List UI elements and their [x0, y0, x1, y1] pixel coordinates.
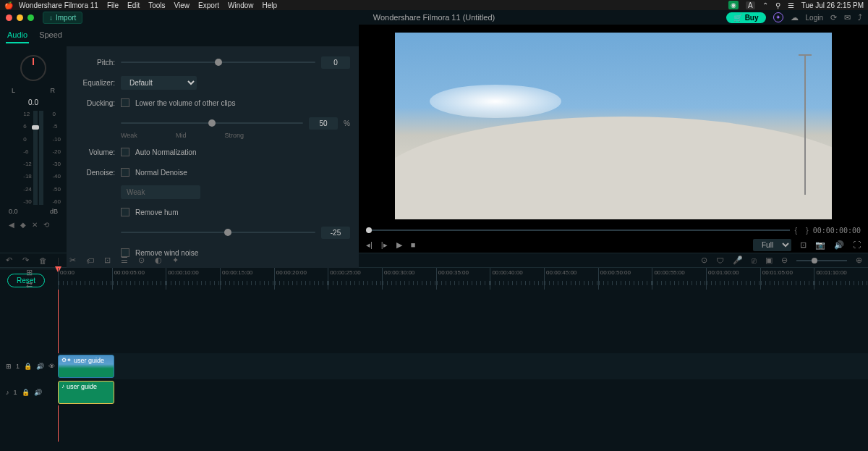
hide-icon[interactable]: 👁: [48, 363, 55, 370]
ducking-value[interactable]: [309, 117, 338, 130]
effects-icon[interactable]: ✦: [172, 256, 179, 265]
timeline-settings-icon[interactable]: ⊞: [26, 268, 33, 277]
pitch-row: Pitch:: [75, 55, 350, 69]
lock-icon[interactable]: 🔒: [24, 363, 32, 370]
color-icon[interactable]: ◐: [155, 256, 162, 265]
zoom-slider[interactable]: [796, 260, 847, 261]
tab-speed[interactable]: Speed: [38, 28, 64, 43]
login-button[interactable]: Login: [806, 14, 823, 22]
vu-slider[interactable]: [33, 111, 38, 205]
badge-a: A: [746, 1, 755, 9]
video-clip[interactable]: ⚙✦ user guide: [58, 355, 114, 378]
status-icon: ◉: [728, 1, 739, 9]
mute2-icon[interactable]: 🔊: [34, 389, 42, 396]
tab-audio[interactable]: Audio: [6, 28, 29, 43]
autonorm-checkbox[interactable]: [121, 148, 129, 156]
crop-icon[interactable]: ⊡: [104, 256, 111, 265]
ducking-checkbox[interactable]: [121, 98, 129, 107]
record-icon[interactable]: ⊙: [701, 256, 707, 265]
eq-select[interactable]: Default: [121, 76, 197, 90]
menu-tools[interactable]: Tools: [148, 1, 165, 9]
messages-icon[interactable]: ✉: [844, 13, 851, 22]
cut-icon[interactable]: ✂: [69, 256, 76, 265]
mic-icon[interactable]: 🎤: [733, 256, 743, 265]
hum-checkbox[interactable]: [121, 208, 129, 216]
maximize-icon[interactable]: [27, 14, 34, 21]
clock[interactable]: Tue Jul 26 2:15 PM: [801, 1, 864, 9]
lock2-icon[interactable]: 🔒: [22, 389, 30, 396]
video-track-icon: ⊞: [6, 363, 12, 370]
timeline-link-icon[interactable]: ⇄: [26, 280, 33, 290]
speed-icon[interactable]: ⊙: [138, 256, 145, 265]
apple-icon[interactable]: 🍎: [4, 1, 13, 9]
menu-file[interactable]: File: [107, 1, 119, 9]
vu-handle[interactable]: [32, 125, 39, 130]
history-icon[interactable]: ⟳: [830, 13, 837, 22]
stop-icon[interactable]: ■: [411, 240, 416, 249]
cloud-icon[interactable]: ☁: [791, 13, 799, 22]
capture-icon[interactable]: ⊡: [800, 240, 807, 250]
video-track-row: ⊞ 1 🔒 🔊 👁 ⚙✦ user guide: [0, 353, 868, 379]
close-icon[interactable]: [6, 14, 12, 21]
mixer-icon[interactable]: ⎚: [752, 256, 757, 265]
export-icon[interactable]: ⤴: [858, 13, 862, 22]
buy-button[interactable]: 🛒 Buy: [726, 12, 766, 23]
menu-window[interactable]: Window: [228, 1, 254, 9]
keyframe-reset-icon[interactable]: ⟲: [43, 221, 49, 229]
marker-icon[interactable]: ▣: [765, 256, 773, 265]
list-icon[interactable]: ☰: [121, 256, 128, 265]
tag-icon[interactable]: 🏷: [86, 256, 94, 265]
ruler-mark: 00:01:00:00: [706, 268, 760, 290]
hum-slider[interactable]: [121, 232, 315, 233]
play-icon[interactable]: ▶: [396, 240, 402, 250]
import-label: Import: [56, 14, 76, 22]
keyframe-icon[interactable]: ◆: [20, 221, 26, 229]
preview-panel: { } 00:00:00:00 ◂| |▸ ▶ ■ Full ⊡ 📷 🔊 ⛶: [359, 25, 868, 253]
timeline-ruler[interactable]: 00:0000:00:05:0000:00:10:0000:00:15:0000…: [58, 268, 868, 290]
bluetooth-icon[interactable]: ⌃: [762, 1, 768, 9]
mark-in[interactable]: {: [794, 226, 797, 235]
menu-edit[interactable]: Edit: [127, 1, 140, 9]
keyframe-del-icon[interactable]: ✕: [32, 221, 38, 229]
pitch-input[interactable]: [321, 56, 350, 69]
eq-label: Equalizer:: [75, 79, 115, 87]
scrubber-handle[interactable]: [366, 227, 372, 233]
zoom-in-icon[interactable]: ⊕: [856, 256, 862, 265]
mark-out[interactable]: }: [806, 226, 809, 235]
menu-app[interactable]: Wondershare Filmora 11: [19, 1, 98, 9]
window-controls[interactable]: [6, 14, 34, 21]
menu-view[interactable]: View: [174, 1, 190, 9]
import-button[interactable]: ↓ Import: [43, 12, 82, 24]
ducking-slider[interactable]: [121, 122, 303, 124]
pan-knob[interactable]: [20, 55, 46, 81]
pitch-slider[interactable]: [121, 62, 315, 63]
expand-icon[interactable]: ⛶: [853, 240, 861, 249]
prev-frame-icon[interactable]: ◂|: [366, 240, 373, 250]
vu-meter: 1260-6-12-18-24-30 0-5-10-20-30-40-50-60: [3, 111, 64, 205]
denoise-strength[interactable]: Weak: [121, 185, 200, 199]
step-back-icon[interactable]: |▸: [381, 240, 388, 250]
zoom-out-icon[interactable]: ⊖: [781, 256, 788, 265]
quality-select[interactable]: Full: [753, 239, 791, 251]
menu-export[interactable]: Export: [198, 1, 219, 9]
menu-help[interactable]: Help: [263, 1, 278, 9]
snapshot-icon[interactable]: 📷: [815, 240, 825, 250]
denoise-checkbox[interactable]: [121, 168, 129, 177]
hum-value[interactable]: [321, 227, 350, 239]
scrubber-track[interactable]: [366, 229, 790, 231]
search-icon[interactable]: ⚲: [775, 1, 780, 9]
clip-fx-icon: ⚙✦: [61, 357, 72, 363]
mute-icon[interactable]: 🔊: [36, 363, 44, 370]
shield-icon[interactable]: 🛡: [716, 256, 724, 265]
scrubber-row: { } 00:00:00:00: [359, 224, 868, 237]
audio-clip[interactable]: ♪ user guide: [58, 381, 114, 404]
zoom-thumb[interactable]: [812, 258, 817, 264]
minimize-icon[interactable]: [17, 14, 23, 21]
control-center-icon[interactable]: ☰: [788, 1, 794, 9]
sparkle-icon[interactable]: ✦: [773, 12, 783, 22]
volume-icon[interactable]: 🔊: [834, 240, 844, 250]
preview-video[interactable]: [395, 33, 832, 219]
keyframe-prev-icon[interactable]: ◀: [9, 221, 14, 229]
timeline-panel: ↶ ↷ 🗑 | ✂ 🏷 ⊡ ☰ ⊙ ◐ ✦ ⊙ 🛡 🎤 ⎚ ▣ ⊖ ⊕ ⊞ ⇄ …: [0, 253, 868, 451]
wind-text: Remove wind noise: [135, 249, 198, 257]
